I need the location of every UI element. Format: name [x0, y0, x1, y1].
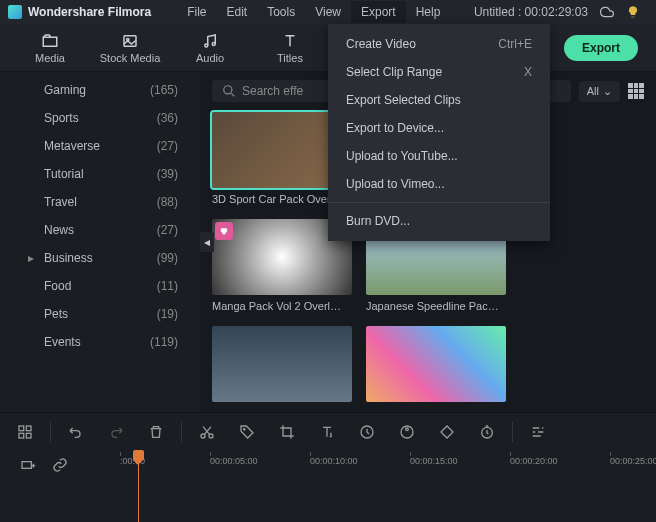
- sidebar-item-business[interactable]: ▸Business(99): [0, 244, 200, 272]
- sidebar-item-label: Events: [44, 335, 81, 349]
- effect-label: Japanese Speedline Pac…: [366, 300, 506, 312]
- tl-tick: 00:00:20:00: [510, 456, 558, 466]
- text-icon[interactable]: [312, 417, 342, 447]
- timeline-ruler[interactable]: :00:00 00:00:05:00 00:00:10:00 00:00:15:…: [120, 450, 656, 480]
- menu-items: File Edit Tools View Export Help: [177, 1, 450, 23]
- layout-icon[interactable]: [10, 417, 40, 447]
- redo-icon[interactable]: [101, 417, 131, 447]
- brand-icon: [8, 5, 22, 19]
- sidebar-item-label: Gaming: [44, 83, 86, 97]
- sidebar-item-food[interactable]: Food(11): [0, 272, 200, 300]
- dd-label: Upload to Vimeo...: [346, 177, 445, 191]
- dd-label: Select Clip Range: [346, 65, 442, 79]
- cloud-icon[interactable]: [600, 5, 614, 19]
- menu-tools[interactable]: Tools: [257, 1, 305, 23]
- svg-rect-9: [19, 433, 24, 438]
- separator: [512, 422, 513, 442]
- sidebar-item-label: Travel: [44, 195, 77, 209]
- sidebar-item-metaverse[interactable]: Metaverse(27): [0, 132, 200, 160]
- dd-label: Create Video: [346, 37, 416, 51]
- sidebar-item-travel[interactable]: Travel(88): [0, 188, 200, 216]
- sidebar-item-news[interactable]: News(27): [0, 216, 200, 244]
- link-icon[interactable]: [52, 457, 68, 473]
- sidebar-item-label: Pets: [44, 307, 68, 321]
- tl-tick: 00:00:25:00: [610, 456, 656, 466]
- svg-point-2: [205, 44, 208, 47]
- keyframe-icon[interactable]: [432, 417, 462, 447]
- download-icon[interactable]: [331, 274, 349, 292]
- sidebar-item-sports[interactable]: Sports(36): [0, 104, 200, 132]
- clock-icon[interactable]: [472, 417, 502, 447]
- sidebar-item-count: (27): [157, 223, 178, 237]
- effect-thumb[interactable]: [366, 326, 506, 402]
- effect-thumb[interactable]: [212, 326, 352, 402]
- separator: [50, 422, 51, 442]
- sidebar-item-events[interactable]: Events(119): [0, 328, 200, 356]
- sidebar-item-count: (36): [157, 111, 178, 125]
- search-icon: [222, 84, 236, 98]
- tab-stock-media[interactable]: Stock Media: [90, 32, 170, 64]
- tab-media[interactable]: Media: [10, 32, 90, 64]
- sidebar-item-gaming[interactable]: Gaming(165): [0, 76, 200, 104]
- dd-upload-youtube[interactable]: Upload to YouTube...: [328, 142, 550, 170]
- dd-label: Export Selected Clips: [346, 93, 461, 107]
- svg-rect-18: [22, 462, 31, 469]
- playhead[interactable]: [138, 450, 139, 522]
- undo-icon[interactable]: [61, 417, 91, 447]
- sort-select[interactable]: All ⌄: [579, 81, 620, 102]
- menu-view[interactable]: View: [305, 1, 351, 23]
- crop-icon[interactable]: [272, 417, 302, 447]
- dd-burn-dvd[interactable]: Burn DVD...: [328, 207, 550, 235]
- tl-tick: 00:00:05:00: [210, 456, 258, 466]
- sidebar-item-pets[interactable]: Pets(19): [0, 300, 200, 328]
- tab-stock-media-label: Stock Media: [100, 52, 161, 64]
- tag-icon[interactable]: [232, 417, 262, 447]
- speed-icon[interactable]: [352, 417, 382, 447]
- svg-rect-10: [26, 433, 31, 438]
- menu-help[interactable]: Help: [406, 1, 451, 23]
- dd-upload-vimeo[interactable]: Upload to Vimeo...: [328, 170, 550, 198]
- brand-text: Wondershare Filmora: [28, 5, 151, 19]
- svg-rect-8: [26, 426, 31, 431]
- add-track-icon[interactable]: [20, 457, 36, 473]
- download-icon[interactable]: [485, 274, 503, 292]
- cut-icon[interactable]: [192, 417, 222, 447]
- dd-create-video[interactable]: Create VideoCtrl+E: [328, 30, 550, 58]
- sidebar-item-tutorial[interactable]: Tutorial(39): [0, 160, 200, 188]
- dd-select-clip-range[interactable]: Select Clip RangeX: [328, 58, 550, 86]
- separator: [181, 422, 182, 442]
- menu-export[interactable]: Export: [351, 1, 406, 23]
- bottom-toolbar: [0, 412, 656, 450]
- sidebar-item-count: (11): [157, 279, 178, 293]
- brand: Wondershare Filmora: [8, 5, 151, 19]
- grid-view-icon[interactable]: [628, 83, 644, 99]
- bulb-icon[interactable]: [626, 5, 640, 19]
- svg-point-16: [406, 428, 409, 431]
- menu-file[interactable]: File: [177, 1, 216, 23]
- tl-tick: 00:00:10:00: [310, 456, 358, 466]
- export-button[interactable]: Export: [564, 35, 638, 61]
- dd-separator: [328, 202, 550, 203]
- delete-icon[interactable]: [141, 417, 171, 447]
- color-icon[interactable]: [392, 417, 422, 447]
- menu-bar: Wondershare Filmora File Edit Tools View…: [0, 0, 656, 24]
- menu-edit[interactable]: Edit: [216, 1, 257, 23]
- tab-media-label: Media: [35, 52, 65, 64]
- sidebar-item-count: (99): [157, 251, 178, 265]
- effect-card[interactable]: [212, 326, 352, 402]
- sidebar-item-label: Metaverse: [44, 139, 100, 153]
- sidebar-item-label: News: [44, 223, 74, 237]
- dd-label: Upload to YouTube...: [346, 149, 458, 163]
- effect-card[interactable]: [366, 326, 506, 402]
- dd-export-device[interactable]: Export to Device...: [328, 114, 550, 142]
- sidebar-item-count: (88): [157, 195, 178, 209]
- adjust-icon[interactable]: [523, 417, 553, 447]
- tab-audio[interactable]: Audio: [170, 32, 250, 64]
- dd-export-selected[interactable]: Export Selected Clips: [328, 86, 550, 114]
- tab-titles[interactable]: Titles: [250, 32, 330, 64]
- heart-icon[interactable]: [215, 222, 233, 240]
- chevron-down-icon: ⌄: [603, 85, 612, 98]
- prev-arrow[interactable]: ◂: [200, 232, 214, 252]
- dd-label: Export to Device...: [346, 121, 444, 135]
- search-placeholder: Search effe: [242, 84, 303, 98]
